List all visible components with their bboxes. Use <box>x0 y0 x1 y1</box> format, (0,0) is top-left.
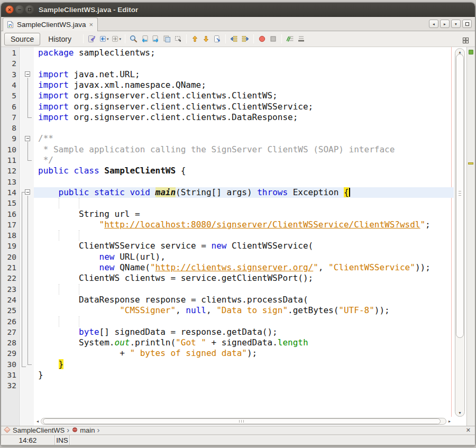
jump-forward-dropdown-icon[interactable]: ▾ <box>119 37 121 41</box>
vertical-scrollbar[interactable]: ▴ ▾ <box>454 48 466 417</box>
code-line[interactable]: public class SampleClientWS { <box>34 166 454 176</box>
window-minimize-button[interactable]: − <box>15 5 24 14</box>
find-selection-icon[interactable] <box>128 33 139 44</box>
no-errors-badge <box>469 50 473 54</box>
find-previous-occurrence-icon[interactable] <box>139 33 150 44</box>
code-line[interactable]: public static void main(String[] args) t… <box>34 187 454 198</box>
indent-guide <box>59 230 59 241</box>
previous-bookmark-icon[interactable] <box>189 33 200 44</box>
insert-mode-indicator[interactable]: INS <box>55 435 70 445</box>
code-line[interactable]: import javax.xml.namespace.QName; <box>34 80 454 90</box>
line-number: 1 <box>12 48 16 58</box>
code-line[interactable] <box>34 58 454 69</box>
code-line[interactable]: import org.signserver.client.clientws.Cl… <box>34 102 454 112</box>
code-line[interactable]: DataResponse response = clientws.process… <box>34 295 454 305</box>
stop-macro-recording-icon[interactable] <box>268 33 279 44</box>
code-line[interactable] <box>34 177 454 187</box>
horizontal-scrollbar-thumb[interactable] <box>43 418 441 424</box>
code-area[interactable]: package sampleclientws;import java.net.U… <box>34 48 454 407</box>
scroll-tabs-left-button[interactable]: ◂ <box>429 20 438 28</box>
toolbar-separator <box>125 34 125 43</box>
code-line[interactable]: System.out.println("Got " + signedData.l… <box>34 337 454 348</box>
tab-controls: ◂ ▸ ▾ <box>429 20 472 28</box>
code-line[interactable]: */ <box>34 155 454 166</box>
code-line[interactable]: new URL(url), <box>34 252 454 262</box>
code-line[interactable] <box>34 380 454 391</box>
code-line[interactable]: * Sample application calling the SignSer… <box>34 144 454 155</box>
code-folding-margin[interactable] <box>21 48 34 407</box>
fold-collapse-icon[interactable] <box>25 71 30 77</box>
code-line[interactable]: /** <box>34 133 454 144</box>
code-line[interactable] <box>34 123 454 133</box>
start-macro-recording-icon[interactable] <box>257 33 268 44</box>
error-stripe[interactable] <box>466 47 475 426</box>
scroll-right-icon[interactable]: ▸ <box>446 419 453 424</box>
code-line[interactable]: import org.signserver.client.clientws.Da… <box>34 112 454 123</box>
uncomment-icon[interactable] <box>296 33 307 44</box>
line-number: 11 <box>7 155 16 166</box>
code-line[interactable]: + " bytes of signed data"); <box>34 348 454 359</box>
code-line[interactable]: "CMSSigner", null, "Data to sign".getByt… <box>34 305 454 316</box>
scroll-left-icon[interactable]: ◂ <box>34 419 41 424</box>
titlebar[interactable]: × − SampleClientWS.java - Editor <box>1 3 475 17</box>
tab-sampleclientws[interactable]: SampleClientWS.java × <box>3 17 98 31</box>
code-line[interactable] <box>34 284 454 295</box>
occurrence-mark[interactable] <box>468 162 473 164</box>
code-line[interactable]: String url = <box>34 209 454 220</box>
source-view-button[interactable]: Source <box>4 33 40 45</box>
breadcrumb-class[interactable]: SampleClientWS <box>4 426 65 435</box>
code-line[interactable]: ClientWS clientws = service.getClientWSP… <box>34 273 454 284</box>
toggle-bookmark-icon[interactable] <box>212 33 223 44</box>
status-message-area <box>70 435 475 445</box>
code-line[interactable] <box>34 316 454 327</box>
code-line[interactable]: new QName("http://clientws.signserver.or… <box>34 262 454 273</box>
breadcrumb-method[interactable]: main <box>72 426 95 434</box>
line-number: 8 <box>12 123 16 133</box>
line-number: 32 <box>7 380 16 391</box>
vertical-scrollbar-thumb[interactable] <box>456 54 464 338</box>
line-number: 5 <box>12 90 16 101</box>
code-line[interactable]: import org.signserver.client.clientws.Cl… <box>34 90 454 101</box>
history-view-button[interactable]: History <box>42 33 77 45</box>
toggle-highlight-search-icon[interactable] <box>161 33 172 44</box>
code-line[interactable]: } <box>34 370 454 380</box>
code-line[interactable]: package sampleclientws; <box>34 48 454 58</box>
code-line[interactable] <box>34 198 454 208</box>
window-close-button[interactable]: × <box>5 5 14 14</box>
toolbar-overflow-icon[interactable] <box>460 35 471 46</box>
fold-collapse-icon[interactable] <box>25 189 30 195</box>
toggle-rectangular-selection-icon[interactable] <box>172 33 184 44</box>
tab-close-icon[interactable]: × <box>89 21 94 29</box>
horizontal-scrollbar[interactable]: ◂ ▸ <box>34 417 453 425</box>
indent-guide <box>79 230 79 241</box>
horizontal-scrollbar-track[interactable] <box>41 418 446 425</box>
documents-list-button[interactable]: ▾ <box>451 20 461 28</box>
method-icon <box>72 426 78 434</box>
code-line[interactable]: byte[] signedData = response.getData(); <box>34 327 454 337</box>
fold-collapse-icon[interactable] <box>25 136 30 141</box>
editor-window: × − SampleClientWS.java - Editor SampleC… <box>1 2 475 445</box>
next-bookmark-icon[interactable] <box>200 33 212 44</box>
window-maximize-button[interactable] <box>25 5 34 14</box>
comment-icon[interactable] <box>285 33 296 44</box>
scroll-down-icon[interactable]: ▾ <box>455 410 464 415</box>
code-line[interactable]: import java.net.URL; <box>34 69 454 80</box>
toolbar-separator <box>186 34 187 43</box>
last-edit-location-icon[interactable] <box>86 33 97 44</box>
scroll-tabs-right-button[interactable]: ▸ <box>440 20 450 28</box>
line-number: 24 <box>7 295 16 305</box>
line-number: 6 <box>12 102 16 112</box>
code-line[interactable]: } <box>34 359 454 370</box>
shift-line-left-icon[interactable] <box>228 33 240 44</box>
shift-line-right-icon[interactable] <box>240 33 251 44</box>
maximize-editor-button[interactable] <box>462 20 472 28</box>
toolbar-separator <box>253 34 254 43</box>
code-line[interactable]: ClientWSService service = new ClientWSSe… <box>34 241 454 251</box>
find-next-occurrence-icon[interactable] <box>150 33 161 44</box>
code-line[interactable] <box>34 230 454 241</box>
code-line[interactable]: "http://localhost:8080/signserver/Client… <box>34 220 454 230</box>
vertical-scrollbar-track[interactable]: ▴ ▾ <box>455 48 465 417</box>
jump-back-dropdown-icon[interactable]: ▾ <box>107 37 109 41</box>
breadcrumb-close-icon[interactable]: ✕ <box>466 427 471 434</box>
indent-guide <box>79 198 79 208</box>
